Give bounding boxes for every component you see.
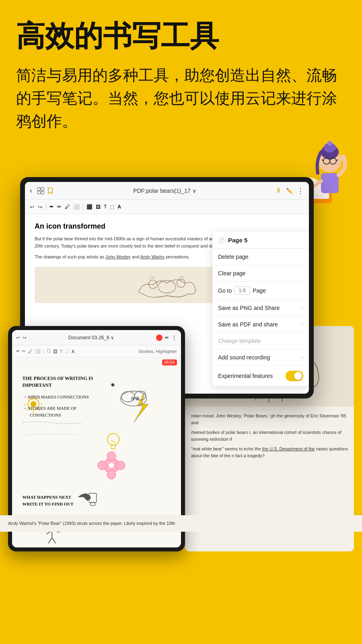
small-more-icon[interactable]: ⋮ <box>171 334 177 341</box>
menu-item-goto[interactable]: Go to Page <box>212 282 309 300</box>
change-template-label: Change template <box>218 338 261 344</box>
chevron-icon-sound: › <box>302 355 303 360</box>
svg-text:WRITE IT TO FIND OUT: WRITE IT TO FIND OUT <box>23 502 74 506</box>
save-png-label: Save as PNG and Share <box>218 305 280 311</box>
menu-header: 📄 Page 5 <box>212 232 309 249</box>
sm-image[interactable]: 🖼 <box>53 349 58 354</box>
shape-tool[interactable]: ⬚ <box>110 204 114 210</box>
svg-text:✱: ✱ <box>111 382 115 388</box>
chevron-icon-template: › <box>302 338 303 344</box>
pdf-text-2: rtwined bodies of polar bears r, an inte… <box>191 429 348 442</box>
page-icon: 📄 <box>218 237 225 244</box>
eraser-tool[interactable]: ⬜ <box>73 204 80 210</box>
svg-point-45 <box>107 452 116 460</box>
image-tool[interactable]: 🖼 <box>96 204 101 210</box>
mic-icon[interactable]: 🎙 <box>276 187 282 194</box>
experimental-toggle[interactable] <box>286 371 303 381</box>
sm-separator: | <box>43 349 44 354</box>
clear-page-label: Clear page <box>218 270 246 277</box>
goto-label: Go to <box>218 287 232 294</box>
text-tool[interactable]: T <box>104 204 107 210</box>
svg-point-50 <box>107 433 119 446</box>
more-menu-button[interactable]: ⋮ <box>297 186 304 195</box>
chevron-icon-pdf: › <box>302 322 303 327</box>
link-andy-warhol[interactable]: Andy Warho <box>140 254 165 259</box>
sm-font[interactable]: A <box>72 349 75 354</box>
small-drawing-toolbar: ✒ ✏ 🖊 ⬜ | ☐ 🖼 T ⬚ A Strokes, Highlighter <box>12 345 181 357</box>
sm-shape[interactable]: ⬚ <box>65 349 69 354</box>
record-button[interactable] <box>156 334 162 341</box>
svg-text:→ MIND MAKES CONNECTIONS: → MIND MAKES CONNECTIONS <box>23 394 89 399</box>
doc-title: An icon transformed <box>35 222 299 231</box>
dept-link[interactable]: the U.S. Department of the <box>262 446 315 451</box>
timer-badge: 05:54 <box>162 359 177 365</box>
footer-text: Andy Warhol's "Polar Bear" (1983) struts… <box>8 520 354 527</box>
menu-item-save-pdf[interactable]: Save as PDF and share › <box>212 316 309 333</box>
menu-item-experimental[interactable]: Experimental features <box>212 366 309 386</box>
ipad-small-screen: ↩ ↪ Document 03-26_6 ∨ ✏ ⋮ ✒ ✏ 🖊 ⬜ | ☐ 🖼… <box>12 330 181 547</box>
svg-rect-17 <box>41 191 44 194</box>
pencil-tool[interactable]: ✏ <box>57 204 62 210</box>
select-tool[interactable]: ⬛ <box>86 204 93 210</box>
small-doc-title: Document 03-26_6 ∨ <box>29 335 154 341</box>
sm-select[interactable]: ☐ <box>47 349 51 354</box>
goto-input[interactable] <box>234 287 250 295</box>
svg-point-42 <box>137 398 138 399</box>
marker-tool[interactable]: 🖊 <box>65 204 70 210</box>
menu-item-clear-page[interactable]: Clear page <box>212 265 309 282</box>
toolbar-right: 🎙 ✏️ ⋮ <box>276 186 304 195</box>
sm-pencil[interactable]: ✏ <box>22 349 26 354</box>
svg-point-47 <box>98 461 107 470</box>
pencil-icon[interactable]: ✏️ <box>286 188 293 194</box>
menu-item-save-png[interactable]: Save as PNG and Share › <box>212 300 309 316</box>
pen-tool[interactable]: ✒ <box>49 204 54 210</box>
back-button[interactable]: ‹ <box>30 186 32 195</box>
menu-item-change-template[interactable]: Change template › <box>212 333 309 349</box>
pdf-text-content: mber mood. John Wesley, 'Polar Bears,' g… <box>185 407 354 468</box>
add-sound-label: Add sound recording <box>218 354 270 361</box>
svg-point-49 <box>109 462 115 469</box>
bear-sketch <box>131 271 203 299</box>
save-pdf-label: Save as PDF and share <box>218 321 278 328</box>
toolbar-title: PDF:polar bears(1)_17 ∨ <box>57 188 272 194</box>
svg-point-37 <box>121 392 135 402</box>
goto-row: Go to Page <box>218 287 266 295</box>
link-john-wesley[interactable]: John Wesley <box>105 254 131 259</box>
strokes-label: Strokes, Highlighter <box>77 349 177 354</box>
grid-icon[interactable] <box>37 187 44 194</box>
sm-eraser[interactable]: ⬜ <box>35 349 41 354</box>
bookmark-icon[interactable] <box>47 187 54 194</box>
footer-section: Andy Warhol's "Polar Bear" (1983) struts… <box>0 515 362 532</box>
context-menu: 📄 Page 5 Delete page Clear page Go <box>212 232 309 386</box>
svg-text:→ STORIES ARE MADE OF: → STORIES ARE MADE OF <box>23 406 77 411</box>
sm-text[interactable]: T <box>60 349 63 354</box>
font-tool[interactable]: A <box>117 204 121 210</box>
menu-item-delete-page[interactable]: Delete page <box>212 249 309 265</box>
svg-rect-16 <box>37 191 40 194</box>
pdf-text-1: mber mood. John Wesley, 'Polar Bears,' g… <box>191 413 348 426</box>
undo-button[interactable]: ↩ <box>30 204 35 210</box>
drawing-toolbar: ↩ ↪ ✒ ✏ 🖊 ⬜ ⬛ 🖼 T ⬚ A <box>25 200 309 214</box>
svg-rect-15 <box>41 188 44 190</box>
hero-title: 高效的书写工具 <box>16 20 346 52</box>
small-edit-icon[interactable]: ✏ <box>165 335 169 341</box>
chevron-icon-png: › <box>302 305 303 311</box>
svg-point-41 <box>133 398 134 399</box>
redo-button[interactable]: ↪ <box>38 204 43 210</box>
delete-page-label: Delete page <box>218 254 249 260</box>
svg-text:THE PROCESS OF WRITING IS: THE PROCESS OF WRITING IS <box>23 376 93 381</box>
small-toolbar: ↩ ↪ Document 03-26_6 ∨ ✏ ⋮ <box>12 330 181 345</box>
experimental-label: Experimental features <box>218 373 273 379</box>
menu-item-add-sound[interactable]: Add sound recording › <box>212 349 309 366</box>
svg-rect-14 <box>37 188 40 190</box>
small-undo[interactable]: ↩ <box>16 335 20 341</box>
svg-text:CONNECTIONS: CONNECTIONS <box>30 413 61 417</box>
sm-marker[interactable]: 🖊 <box>28 349 33 354</box>
sm-pen[interactable]: ✒ <box>16 349 20 354</box>
svg-point-12 <box>340 155 346 161</box>
toolbar-grid-icons <box>37 187 54 194</box>
svg-point-20 <box>158 281 176 293</box>
svg-point-46 <box>107 470 116 479</box>
svg-text:IMPORTANT: IMPORTANT <box>23 382 52 388</box>
small-redo[interactable]: ↪ <box>23 335 27 341</box>
